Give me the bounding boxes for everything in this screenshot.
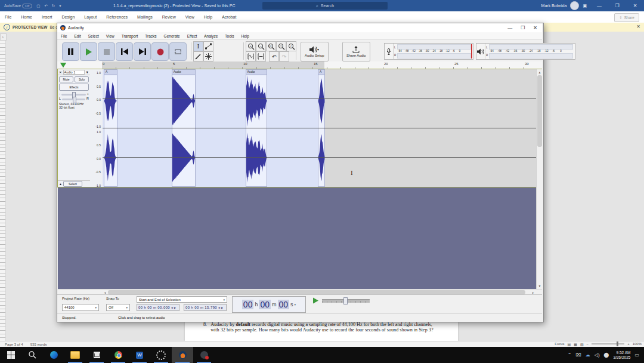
- menu-view[interactable]: View: [103, 34, 118, 38]
- web-layout-icon[interactable]: ▧: [580, 342, 584, 346]
- menu-edit[interactable]: Edit: [70, 34, 84, 38]
- ribbon-tab-insert[interactable]: Insert: [37, 11, 57, 23]
- vertical-scroll-thumb[interactable]: [537, 75, 542, 147]
- banner-close-icon[interactable]: ✕: [636, 24, 640, 29]
- menu-tracks[interactable]: Tracks: [141, 34, 160, 38]
- word-ruler-corner[interactable]: L: [0, 33, 7, 41]
- share-audio-button[interactable]: Share Audio: [342, 42, 370, 61]
- word-minimize-button[interactable]: —: [590, 0, 608, 11]
- zoom-in-button[interactable]: +: [627, 342, 630, 346]
- clip-title[interactable]: A: [104, 70, 117, 75]
- scroll-down-icon[interactable]: ▼: [537, 283, 543, 289]
- zoom-in-tool[interactable]: +: [246, 41, 256, 51]
- record-button[interactable]: [151, 42, 169, 61]
- track-name[interactable]: Audio 1: [63, 70, 85, 75]
- menu-tools[interactable]: Tools: [221, 34, 237, 38]
- waveform-area[interactable]: AAudioAudioA: [103, 69, 537, 187]
- clip-title[interactable]: Audio: [246, 70, 267, 75]
- project-rate-select[interactable]: 44100▾: [62, 304, 99, 311]
- clock[interactable]: 9:52 AM 3/26/2025: [614, 350, 631, 360]
- zoom-slider[interactable]: [592, 343, 624, 344]
- play-button[interactable]: [80, 42, 97, 61]
- ribbon-tab-references[interactable]: References: [101, 11, 132, 23]
- play-at-speed-button[interactable]: [312, 297, 319, 304]
- read-mode-icon[interactable]: ▤: [568, 342, 571, 346]
- ribbon-display-options-icon[interactable]: ▣: [583, 4, 587, 8]
- redo-button[interactable]: ↷: [279, 51, 289, 61]
- quick-access-customize-icon[interactable]: ▾: [59, 4, 61, 8]
- word-search-box[interactable]: ⌕ Search: [262, 2, 388, 10]
- envelope-tool[interactable]: [203, 41, 213, 51]
- track-menu-icon[interactable]: ▼: [86, 70, 89, 74]
- menu-help[interactable]: Help: [238, 34, 253, 38]
- undo-button[interactable]: ↶: [269, 51, 279, 61]
- fit-project-tool[interactable]: ▭: [276, 41, 286, 51]
- onedrive-icon[interactable]: ☁: [586, 352, 590, 358]
- clip-title[interactable]: A: [318, 70, 324, 75]
- effects-button[interactable]: Effects: [59, 84, 89, 91]
- taskbar-audacity-icon[interactable]: [172, 347, 193, 363]
- skip-to-end-button[interactable]: [134, 42, 151, 61]
- menu-analyze[interactable]: Analyze: [200, 34, 221, 38]
- recording-meter[interactable]: LR-54-48-42-36-30-24-18-12-60: [384, 43, 473, 60]
- undo-icon[interactable]: ↶: [44, 4, 47, 8]
- taskbar-loading-icon[interactable]: [150, 347, 172, 363]
- playback-meter[interactable]: LR-54-48-42-36-30-24-18-12-60: [476, 43, 575, 60]
- skip-to-start-button[interactable]: [116, 42, 133, 61]
- taskbar-search-icon[interactable]: [21, 347, 43, 363]
- ribbon-tab-help[interactable]: Help: [199, 11, 217, 23]
- ribbon-tab-view[interactable]: View: [181, 11, 199, 23]
- loop-button[interactable]: [169, 42, 187, 61]
- zoom-level[interactable]: 100%: [633, 342, 642, 346]
- redo-icon[interactable]: ↻: [52, 4, 55, 8]
- ribbon-tab-design[interactable]: Design: [57, 11, 79, 23]
- pause-button[interactable]: [62, 42, 79, 61]
- selection-range-select[interactable]: Start and End of Selection▾: [137, 296, 227, 303]
- word-count[interactable]: 935 words: [30, 343, 47, 346]
- zoom-out-button[interactable]: −: [587, 342, 589, 346]
- track-select-button[interactable]: Select: [63, 181, 82, 187]
- autosave-toggle[interactable]: AutoSave Off: [4, 4, 32, 8]
- taskbar-file-explorer-icon[interactable]: [64, 347, 86, 363]
- ribbon-tab-mailings[interactable]: Mailings: [132, 11, 157, 23]
- mute-button[interactable]: Mute: [59, 76, 73, 82]
- word-account[interactable]: Mark Bolmida ▣: [541, 0, 587, 11]
- pen-icon[interactable]: ⬤: [604, 352, 609, 358]
- word-close-button[interactable]: ✕: [626, 0, 644, 11]
- audacity-close-button[interactable]: ✕: [533, 25, 537, 30]
- menu-effect[interactable]: Effect: [184, 34, 201, 38]
- empty-track-space[interactable]: [58, 187, 536, 289]
- fit-selection-tool[interactable]: ⊏: [266, 41, 276, 51]
- stop-button[interactable]: [98, 42, 115, 61]
- track-close-icon[interactable]: ✕: [59, 70, 62, 74]
- ribbon-tab-home[interactable]: Home: [16, 11, 37, 23]
- solo-button[interactable]: Solo: [75, 76, 89, 82]
- pan-slider[interactable]: [62, 99, 85, 100]
- menu-select[interactable]: Select: [85, 34, 103, 38]
- word-restore-button[interactable]: ❐: [608, 0, 626, 11]
- taskbar-start-button[interactable]: [0, 347, 21, 363]
- taskbar-chrome-icon[interactable]: [107, 347, 129, 363]
- menu-generate[interactable]: Generate: [160, 34, 184, 38]
- ribbon-tab-acrobat[interactable]: Acrobat: [217, 11, 241, 23]
- selection-end-field[interactable]: 00 h 00 m 15.790 s▾: [184, 304, 227, 311]
- timeline-ruler[interactable]: 051015202530: [57, 61, 542, 70]
- taskbar-store-icon[interactable]: [86, 347, 107, 363]
- snap-to-select[interactable]: Off▾: [106, 304, 130, 311]
- zoom-out-tool[interactable]: −: [256, 41, 266, 51]
- vertical-scrollbar[interactable]: ▲ ▼: [536, 69, 543, 289]
- speed-slider[interactable]: [322, 299, 370, 303]
- taskbar-edge-icon[interactable]: [43, 347, 64, 363]
- ribbon-tab-file[interactable]: File: [0, 11, 16, 23]
- volume-icon[interactable]: ◁): [595, 352, 600, 358]
- network-icon[interactable]: ⌧: [576, 352, 581, 358]
- ribbon-tab-review[interactable]: Review: [157, 11, 181, 23]
- audacity-titlebar[interactable]: Audacity: [57, 23, 542, 32]
- audacity-maximize-button[interactable]: ❒: [521, 25, 525, 30]
- track-vertical-scale[interactable]: 1.00.50.0-0.5-1.01.00.50.0-0.5-1.0: [90, 69, 103, 187]
- notification-center-icon[interactable]: ▭: [634, 352, 639, 358]
- taskbar-recorder-icon[interactable]: [193, 347, 215, 363]
- trim-audio-button[interactable]: [246, 51, 256, 61]
- scroll-up-icon[interactable]: ▲: [537, 69, 543, 75]
- zoom-toggle-tool[interactable]: /: [286, 41, 296, 51]
